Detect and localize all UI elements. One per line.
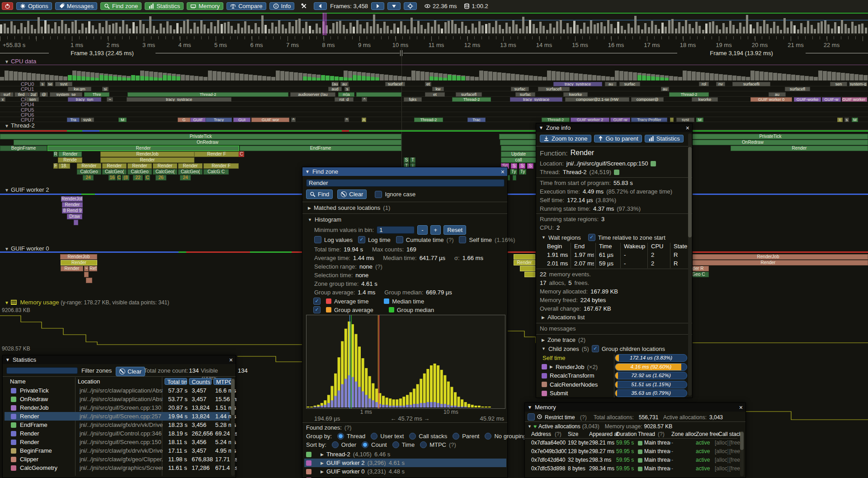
child-zone-row[interactable]: Submit35.63 us (0.79%) bbox=[542, 389, 687, 397]
cpu-zone[interactable]: rol bbox=[699, 82, 709, 86]
option-checkbox-self-time[interactable] bbox=[459, 236, 466, 243]
timeline-zone-renderjoi[interactable]: RenderJoI bbox=[61, 196, 83, 202]
option-checkbox-log-values[interactable] bbox=[314, 236, 321, 243]
column-location[interactable]: Location bbox=[78, 378, 100, 385]
cpu-zone[interactable]: ^ bbox=[344, 118, 349, 122]
timeline-zone-calcgeo-[interactable]: CalcGeo( bbox=[102, 169, 127, 175]
cpu-zone[interactable]: surfac bbox=[511, 87, 529, 91]
frame-label-left[interactable]: Frame 3,193 (22.45 ms) bbox=[69, 50, 135, 57]
timeline-zone-render[interactable]: Render bbox=[102, 163, 127, 169]
timeline-zone-8-rend-9[interactable]: 8 Rend 9 bbox=[62, 208, 83, 213]
cpu-zone[interactable]: surfacefl bbox=[456, 92, 482, 97]
cpu-zone[interactable]: kworke bbox=[563, 92, 588, 97]
cpu-zone[interactable]: tracy_systrace bbox=[510, 97, 562, 102]
timeline-zone-render[interactable]: Render bbox=[731, 146, 868, 151]
cpu-zone[interactable]: se bbox=[47, 82, 53, 86]
zone-info-statistics-button[interactable]: Statistics bbox=[645, 135, 684, 142]
timeline-zone-privatetick[interactable]: PrivateTick bbox=[673, 134, 868, 139]
timeline-zone-t[interactable]: T bbox=[410, 157, 415, 163]
filter-clear-button[interactable]: Clear bbox=[116, 367, 145, 376]
reset-button[interactable]: Reset bbox=[443, 225, 466, 235]
find-zone-search-input[interactable] bbox=[306, 179, 505, 187]
timeline-zone-render[interactable]: Render bbox=[127, 163, 152, 169]
zone-color-swatch[interactable] bbox=[11, 397, 16, 402]
close-icon[interactable]: × bbox=[229, 356, 233, 364]
cpu-zone[interactable]: Tracy Profiler bbox=[631, 118, 667, 122]
filter-zones-input[interactable] bbox=[6, 367, 78, 374]
cpu-zone[interactable]: au bbox=[661, 87, 669, 91]
cpu-zone[interactable]: si bbox=[102, 87, 108, 91]
column-total-time[interactable]: Total tim bbox=[165, 378, 187, 385]
zone-color-swatch[interactable] bbox=[11, 388, 16, 393]
timeline-zone[interactable] bbox=[513, 175, 516, 180]
timeline-zone-ty[interactable]: Ty bbox=[510, 169, 517, 175]
zone-color-swatch[interactable] bbox=[11, 414, 16, 419]
child-zone-row[interactable]: CalcRenderNodes51.51 us (1.15%) bbox=[542, 381, 687, 388]
clear-button[interactable]: Clear bbox=[337, 189, 367, 199]
cpu-zone[interactable]: GUIF bbox=[190, 118, 206, 122]
group-children-checkbox[interactable]: ✓ bbox=[592, 345, 599, 352]
frame-label-right[interactable]: Frame 3,194 (13.92 ms) bbox=[708, 50, 774, 57]
timeline-zone-render[interactable]: Render bbox=[58, 151, 82, 157]
cpu-zone[interactable]: Trac bbox=[467, 118, 486, 122]
thread-header-guif0[interactable]: ▼GUIF worker 0 bbox=[5, 245, 49, 252]
matched-source-locations[interactable]: ▶Matched source locations (1) bbox=[308, 204, 390, 211]
group-by-radio-call-stacks[interactable] bbox=[409, 433, 416, 440]
zone-info-titlebar[interactable]: ▼Zone info × bbox=[536, 123, 692, 132]
zone-color-swatch[interactable] bbox=[11, 448, 16, 454]
cpu-zone[interactable]: M bbox=[852, 118, 858, 122]
child-zone-row[interactable]: ▶RenderJob(×2)4.16 ms (92.60%) bbox=[542, 363, 687, 371]
timeline-zone-calcgeo-[interactable]: CalcGeo( bbox=[153, 169, 177, 175]
cpu-zone[interactable]: syst bbox=[55, 82, 72, 86]
expand-arrow-icon[interactable]: ▶ bbox=[550, 364, 553, 369]
cpu-zone[interactable]: GUIF-worke bbox=[794, 97, 821, 102]
find-button[interactable]: Find bbox=[306, 189, 333, 199]
found-zone-group-guif-worker-2[interactable]: ▶GUIF worker 2(3,296)4.61 s bbox=[304, 459, 506, 467]
timeline-zone-render[interactable]: Render bbox=[47, 146, 239, 151]
legend-checkbox[interactable]: ✓ bbox=[313, 298, 321, 305]
zone-trace-header[interactable]: ▶Zone trace (2) bbox=[542, 336, 585, 343]
timeline-zone-s[interactable]: S bbox=[511, 163, 517, 169]
zone-color-swatch[interactable] bbox=[11, 431, 16, 436]
group-by-radio-parent[interactable] bbox=[453, 433, 459, 440]
memory-table-header[interactable]: Address(?) Size Appeared at Duration Thr… bbox=[525, 431, 737, 438]
cpu-zone[interactable]: aud bbox=[328, 87, 342, 91]
cpu-zone[interactable]: composer@ bbox=[631, 97, 664, 102]
timeline-zone-rende[interactable]: Rende bbox=[58, 157, 82, 163]
toolbar-find-zone-button[interactable]: Find zone bbox=[100, 2, 142, 10]
timeline-zone-18-[interactable]: 18. bbox=[58, 163, 70, 169]
toolbar-info-button[interactable]: Info bbox=[269, 2, 295, 10]
cpu-zone[interactable] bbox=[670, 118, 674, 122]
timeline-zone-26[interactable]: 26 bbox=[156, 175, 166, 180]
statistics-scrollbar[interactable] bbox=[231, 378, 235, 476]
allocations-list-header[interactable]: ▶Allocations list bbox=[542, 314, 585, 321]
timeline-zone-onredraw[interactable]: OnRedraw bbox=[14, 140, 401, 145]
timeline-zone[interactable] bbox=[501, 146, 537, 151]
cpu-zone[interactable]: sen bbox=[26, 97, 39, 102]
cpu-zone[interactable]: au bbox=[605, 82, 617, 86]
location-color-swatch[interactable] bbox=[651, 161, 656, 166]
timeline-zone-24[interactable]: 24 bbox=[180, 175, 191, 180]
frame-overview-graph[interactable] bbox=[0, 13, 868, 35]
cpu-zone[interactable]: A bbox=[362, 118, 366, 122]
timeline-zone-draw[interactable]: Draw bbox=[67, 214, 82, 219]
timeline-zone-c[interactable]: C bbox=[117, 175, 121, 180]
statistics-row-render[interactable]: Renderjni/../jni/src/guif/Screen.cpp:150… bbox=[5, 438, 230, 446]
statistics-row-endframe[interactable]: EndFramejni/../jni/src/claw/gfx/drv/vk/D… bbox=[5, 421, 230, 429]
toolbar-options-button[interactable]: Options bbox=[16, 2, 52, 10]
cpu-zone[interactable]: system-g bbox=[849, 82, 867, 86]
statistics-row-onredraw[interactable]: OnRedrawjni/../jni/src/claw/application/… bbox=[5, 395, 230, 403]
timeline-zone-render[interactable]: Render bbox=[178, 163, 203, 169]
timeline-zone-render[interactable]: Render bbox=[153, 163, 177, 169]
cpu-zone[interactable]: M bbox=[696, 118, 703, 122]
timeline-zone-c[interactable]: C bbox=[239, 151, 244, 157]
zone-color-swatch[interactable] bbox=[11, 405, 16, 411]
zone-info-zoom-to-zone-button[interactable]: Zoom to zone bbox=[540, 135, 591, 142]
memory-allocation-row[interactable]: 0x7dfaa64e00192 bytes298.21 ms59.95 sMai… bbox=[525, 440, 737, 448]
statistics-row-render[interactable]: Renderjni/../jni/src/guif/Control.cpp:34… bbox=[5, 429, 230, 438]
active-allocations-expander[interactable]: ▼ bbox=[528, 424, 532, 429]
timeline-zone-s[interactable]: S bbox=[527, 163, 533, 169]
statistics-titlebar[interactable]: ▼Statistics × bbox=[3, 355, 236, 364]
timeline-zone-beginframe[interactable]: BeginFrame bbox=[0, 146, 47, 151]
legend-checkbox[interactable]: ✓ bbox=[313, 306, 321, 313]
